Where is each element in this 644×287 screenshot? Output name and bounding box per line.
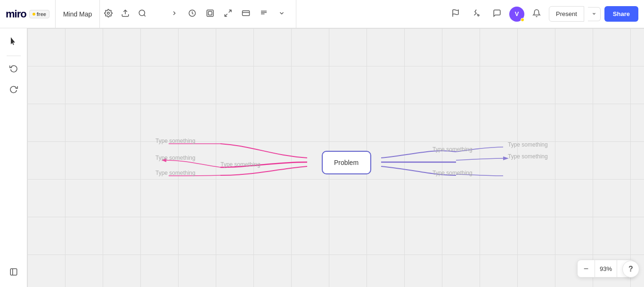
fullscreen-icon: [224, 9, 232, 19]
search-icon: [138, 9, 147, 19]
redo-button[interactable]: [4, 81, 23, 99]
cards-button[interactable]: [237, 6, 254, 23]
left-label-mid-top: Type something: [155, 155, 196, 161]
free-dot: [33, 13, 35, 16]
undo-button[interactable]: [4, 60, 23, 79]
cursor-icon: [9, 37, 18, 48]
svg-point-0: [107, 12, 110, 14]
present-button[interactable]: Present: [549, 6, 584, 22]
board-name-label: Mind Map: [56, 0, 100, 28]
frames-button[interactable]: [202, 6, 219, 23]
settings-icon: [104, 9, 113, 19]
minus-icon: −: [584, 264, 589, 274]
side-panel: [0, 28, 27, 287]
notes-icon: [260, 9, 268, 19]
timer-button[interactable]: [184, 6, 201, 23]
notes-button[interactable]: [255, 6, 272, 23]
cards-icon: [242, 9, 250, 19]
share-button[interactable]: Share: [604, 6, 638, 22]
center-node[interactable]: Problem: [322, 151, 371, 174]
present-chevron-icon: [592, 11, 596, 17]
svg-marker-19: [162, 158, 166, 162]
svg-line-16: [477, 14, 478, 15]
right-label-bot: Type something: [432, 170, 473, 176]
miro-logo: miro: [6, 8, 26, 20]
avatar-status-dot: [521, 18, 524, 22]
flag-icon: [451, 9, 460, 19]
main-toolbar: miro free Mind Map: [0, 0, 644, 28]
more-button[interactable]: [273, 6, 290, 23]
svg-line-7: [229, 10, 231, 12]
help-button[interactable]: ?: [622, 261, 639, 278]
free-label: free: [37, 11, 46, 17]
svg-point-15: [478, 15, 479, 16]
panel-icon: [9, 268, 18, 279]
redo-icon: [9, 85, 18, 96]
right-label-top: Type something: [508, 141, 548, 148]
left-label-bot: Type something: [155, 170, 196, 176]
svg-line-8: [225, 14, 228, 16]
side-divider-1: [7, 56, 21, 56]
svg-rect-6: [209, 11, 212, 15]
svg-line-3: [144, 15, 146, 16]
timer-icon: [188, 9, 196, 19]
panel-toggle-button[interactable]: [4, 263, 23, 282]
canvas[interactable]: Problem Type something Type something Ty…: [27, 28, 644, 287]
svg-rect-17: [10, 269, 17, 275]
svg-rect-5: [207, 10, 214, 16]
zoom-level-display[interactable]: 93%: [595, 260, 617, 277]
notifications-button[interactable]: [528, 6, 545, 23]
right-label-mid2: Type something: [432, 146, 473, 153]
comment-icon: [493, 9, 501, 19]
present-dropdown-button[interactable]: [588, 7, 601, 21]
laser-icon: [472, 9, 481, 19]
frames-icon: [206, 9, 214, 19]
chevron-right-icon: [171, 10, 178, 18]
search-button[interactable]: [134, 6, 151, 23]
left-label-top: Type something: [155, 138, 196, 144]
fullscreen-button[interactable]: [220, 6, 236, 23]
right-label-mid: Type something: [508, 153, 548, 160]
settings-button[interactable]: [100, 6, 117, 23]
svg-rect-9: [243, 10, 250, 16]
bell-icon: [532, 9, 541, 19]
avatar[interactable]: V: [509, 7, 524, 22]
left-label-mid: Type something: [220, 161, 261, 168]
undo-icon: [9, 64, 18, 75]
free-badge[interactable]: free: [29, 10, 49, 18]
avatar-initials: V: [515, 10, 519, 17]
cursor-tool-button[interactable]: [4, 33, 23, 52]
laser-button[interactable]: [468, 6, 485, 23]
center-toolbar: [160, 0, 296, 28]
left-toolbar: miro free: [0, 0, 56, 28]
zoom-out-button[interactable]: −: [578, 260, 595, 277]
center-node-text: Problem: [334, 159, 359, 166]
svg-point-2: [139, 10, 145, 16]
upload-button[interactable]: [117, 6, 134, 23]
flag-button[interactable]: [447, 6, 464, 23]
toolbar-collapse-button[interactable]: [166, 6, 183, 23]
svg-marker-20: [503, 156, 509, 160]
right-toolbar: V Present Share: [441, 6, 644, 23]
upload-icon: [121, 9, 130, 19]
comment-button[interactable]: [489, 6, 505, 23]
chevron-down-icon: [278, 10, 285, 18]
